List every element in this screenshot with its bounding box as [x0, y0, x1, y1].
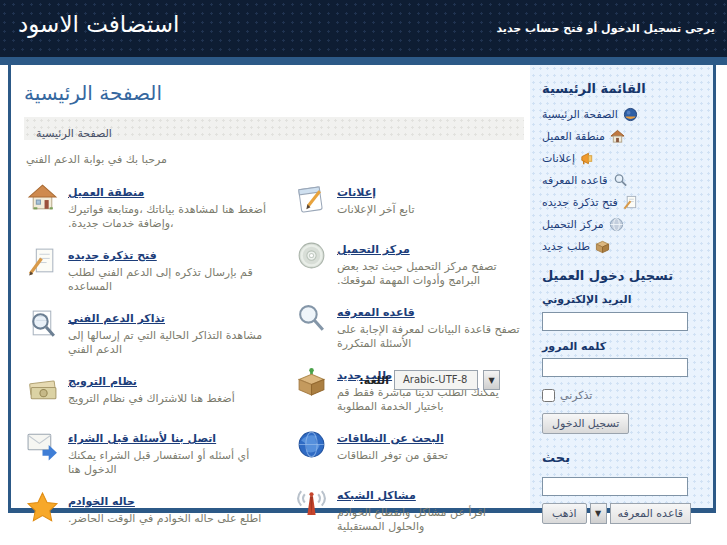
portal-items-grid: منطقة العميل أضغط هنا لمشاهدة بياناتك ،و… — [24, 181, 524, 545]
new-order-icon — [295, 365, 328, 398]
new-ticket-icon — [623, 195, 638, 210]
server-status-desc: اطلع على حاله الخوادم في الوقت الحاضر. — [68, 512, 261, 526]
search-go-button[interactable]: اذهب — [542, 503, 587, 524]
sidebar-item-announcements[interactable]: إعلانات — [542, 150, 705, 166]
login-button[interactable]: تسجيل الدخول — [542, 413, 629, 434]
announcements-link[interactable]: إعلانات — [337, 186, 376, 199]
search-input[interactable] — [542, 477, 688, 496]
breadcrumb: الصفحة الرئيسية — [24, 117, 524, 140]
client-area-link[interactable]: منطقة العميل — [68, 186, 144, 199]
downloads-desc: تصفح مركز التحميل حيث تجد بعض البرامج وأ… — [337, 260, 524, 288]
sidebar-item-client-area[interactable]: منطقة العميل — [542, 128, 705, 144]
domain-search-desc: تحقق من توفر النطاقات — [337, 449, 448, 463]
affiliate-icon — [26, 371, 59, 404]
sidebar-item-knowledgebase-label[interactable]: قاعده المعرفه — [542, 174, 608, 187]
client-login-title: تسجيل دخول العميل — [542, 268, 705, 283]
network-issues-link[interactable]: مشاكل الشبكه — [337, 489, 416, 502]
page: استضافت الاسود يرجى تسجيل الدخول أو فتح … — [0, 0, 727, 545]
announcements-icon — [580, 151, 595, 166]
list-item-new-ticket: فتح تذكرة جديده قم بإرسال تذكره إلى الدع… — [24, 244, 287, 294]
sidebar-item-home-label[interactable]: الصفحة الرئيسية — [542, 108, 618, 121]
knowledgebase-icon — [295, 302, 328, 335]
main-content: الصفحة الرئيسية الصفحة الرئيسية مرحبا بك… — [11, 65, 530, 508]
search-category-dropdown-arrow-icon[interactable]: ▼ — [590, 503, 607, 524]
login-signup-links[interactable]: يرجى تسجيل الدخول أو فتح حساب جديد — [497, 22, 716, 35]
top-header: استضافت الاسود يرجى تسجيل الدخول أو فتح … — [0, 0, 727, 57]
grid-column-right: إعلانات تابع آخر الإعلانات مركز التحميل — [293, 181, 524, 545]
sidebar-item-client-area-label[interactable]: منطقة العميل — [542, 130, 605, 143]
sidebar-item-new-order-label[interactable]: طلب جديد — [542, 240, 590, 253]
list-item-presales-contact: اتصل بنا لأسئلة قبل الشراء أي أسئله أو ا… — [24, 427, 287, 477]
list-item-downloads: مركز التحميل تصفح مركز التحميل حيث تجد ب… — [293, 238, 524, 288]
domain-search-icon — [295, 428, 328, 461]
list-item-affiliate: نظام الترويج أضغط هنا للاشتراك في نظام ا… — [24, 370, 287, 414]
support-tickets-desc: مشاهدة التذاكر الحالية التي تم إرسالها إ… — [68, 329, 276, 357]
language-select[interactable]: Arabic-UTF-8 — [394, 370, 478, 390]
announcements-desc: تابع آخر الإعلانات — [337, 203, 414, 217]
sidebar-item-announcements-label[interactable]: إعلانات — [542, 152, 575, 165]
grid-column-left: منطقة العميل أضغط هنا لمشاهدة بياناتك ،و… — [24, 181, 287, 545]
home-icon — [623, 107, 638, 122]
domain-search-link[interactable]: البحث عن النطاقات — [337, 432, 444, 445]
network-issues-desc: اقرأ عن مشاكل وانقطاع الخوادم والحلول ال… — [337, 506, 524, 534]
remember-me-row: تذكرني — [542, 389, 705, 402]
support-tickets-icon — [26, 308, 59, 341]
presales-contact-desc: أي أسئله أو استفسار قبل الشراء يمكنك الد… — [68, 449, 276, 477]
presales-contact-link[interactable]: اتصل بنا لأسئلة قبل الشراء — [68, 432, 216, 445]
affiliate-link[interactable]: نظام الترويج — [68, 375, 137, 388]
downloads-link[interactable]: مركز التحميل — [337, 243, 410, 256]
list-item-domain-search: البحث عن النطاقات تحقق من توفر النطاقات — [293, 427, 524, 471]
announcements-icon — [295, 182, 328, 215]
new-ticket-icon — [26, 245, 59, 278]
sidebar-item-new-order[interactable]: طلب جديد — [542, 238, 705, 254]
list-item-server-status: حاله الخوادم اطلع على حاله الخوادم في ال… — [24, 490, 287, 534]
support-tickets-link[interactable]: تذاكر الدعم الفني — [68, 312, 165, 325]
sidebar-item-downloads[interactable]: مركز التحميل — [542, 216, 705, 232]
list-item-network-issues: مشاكل الشبكه اقرأ عن مشاكل وانقطاع الخوا… — [293, 484, 524, 534]
remember-me-label: تذكرني — [560, 389, 592, 402]
header-accent-band — [0, 57, 727, 65]
remember-me-checkbox[interactable] — [542, 389, 555, 402]
sidebar-item-new-ticket-label[interactable]: فتح تذكرة جديده — [542, 196, 618, 209]
sidebar-item-knowledgebase[interactable]: قاعده المعرفه — [542, 172, 705, 188]
knowledgebase-link[interactable]: قاعده المعرفه — [337, 306, 415, 319]
password-field[interactable] — [542, 358, 688, 377]
search-controls-row: اذهب ▼ قاعده المعرفه — [542, 503, 705, 524]
new-ticket-link[interactable]: فتح تذكرة جديده — [68, 249, 157, 262]
password-label: كلمه المرور — [542, 340, 705, 353]
email-field[interactable] — [542, 312, 688, 331]
sidebar-menu: الصفحة الرئيسية منطقة العميل إعلانات — [542, 106, 705, 254]
network-issues-icon — [295, 485, 328, 518]
breadcrumb-home-link[interactable]: الصفحة الرئيسية — [36, 127, 112, 140]
presales-contact-icon — [26, 428, 59, 461]
search-category-select[interactable]: قاعده المعرفه — [610, 503, 692, 524]
sidebar-item-home[interactable]: الصفحة الرئيسية — [542, 106, 705, 122]
sidebar-item-new-ticket[interactable]: فتح تذكرة جديده — [542, 194, 705, 210]
content-card: الصفحة الرئيسية الصفحة الرئيسية مرحبا بك… — [8, 65, 716, 513]
new-ticket-desc: قم بإرسال تذكره إلى الدعم الفني لطلب الم… — [68, 266, 276, 294]
knowledgebase-desc: تصفح قاعدة البيانات لمعرفة الإجابة على ا… — [337, 323, 524, 351]
client-area-icon — [26, 182, 59, 215]
email-label: البريد الإلكتروني — [542, 293, 705, 306]
sidebar: القائمة الرئيسية الصفحة الرئيسية منطقة ا… — [530, 65, 713, 508]
client-area-icon — [610, 129, 625, 144]
sidebar-item-downloads-label[interactable]: مركز التحميل — [542, 218, 604, 231]
downloads-icon — [609, 217, 624, 232]
language-dropdown-arrow-icon[interactable]: ▼ — [483, 370, 500, 390]
server-status-icon — [26, 491, 59, 524]
downloads-icon — [295, 239, 328, 272]
list-item-support-tickets: تذاكر الدعم الفني مشاهدة التذاكر الحالية… — [24, 307, 287, 357]
sidebar-menu-title: القائمة الرئيسية — [542, 81, 705, 96]
knowledgebase-icon — [613, 173, 628, 188]
welcome-text: مرحبا بك في بوابة الدعم الفني — [26, 153, 524, 166]
affiliate-desc: أضغط هنا للاشتراك في نظام الترويج — [68, 392, 235, 406]
search-title: بحث — [542, 450, 705, 465]
client-area-desc: أضغط هنا لمشاهدة بياناتك ،ومتابعة فواتير… — [68, 203, 276, 231]
new-order-desc: يمكنك الطلب لدينا مباشرة فقط قم باختيار … — [337, 386, 524, 414]
list-item-knowledgebase: قاعده المعرفه تصفح قاعدة البيانات لمعرفة… — [293, 301, 524, 351]
site-logo-title[interactable]: استضافت الاسود — [18, 11, 179, 37]
list-item-client-area: منطقة العميل أضغط هنا لمشاهدة بياناتك ،و… — [24, 181, 287, 231]
page-title: الصفحة الرئيسية — [24, 81, 524, 105]
list-item-announcements: إعلانات تابع آخر الإعلانات — [293, 181, 524, 225]
server-status-link[interactable]: حاله الخوادم — [68, 495, 135, 508]
